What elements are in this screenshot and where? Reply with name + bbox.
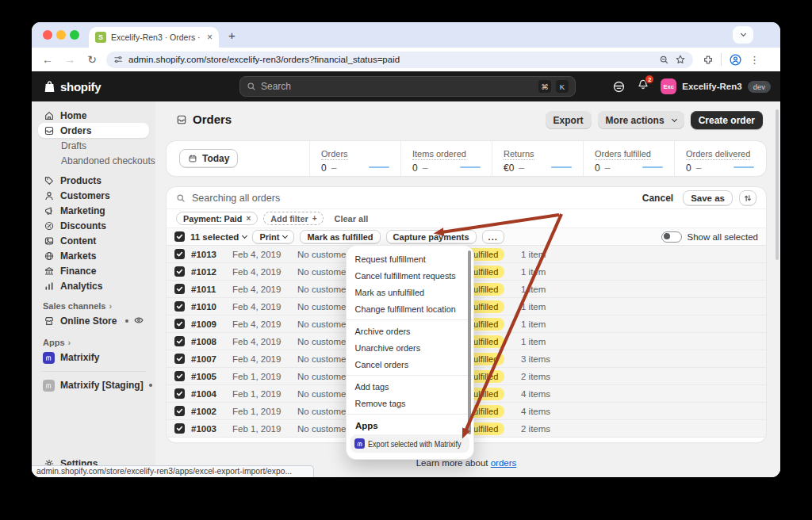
more-actions-button[interactable]: More actions: [598, 111, 684, 129]
shopify-logo[interactable]: shopify: [43, 80, 101, 94]
account-menu[interactable]: Exc Excelify-Ren3 dev: [661, 78, 771, 94]
order-number[interactable]: #1003: [191, 424, 232, 434]
menu-item-unarchive-orders[interactable]: Unarchive orders: [347, 339, 469, 356]
menu-item-change-fulfillment-location[interactable]: Change fulfillment location: [347, 300, 469, 317]
browser-menu-icon[interactable]: ⋮: [749, 54, 760, 66]
apps-header[interactable]: Apps ›: [43, 338, 144, 347]
address-bar[interactable]: admin.shopify.com/store/excelify-ren3/or…: [106, 52, 693, 68]
clear-all-button[interactable]: Clear all: [334, 214, 368, 224]
sidebar-item-products[interactable]: Products: [38, 173, 149, 188]
preview-eye-icon[interactable]: [133, 315, 144, 328]
show-all-toggle[interactable]: [661, 231, 682, 243]
sidebar-item-label: Discounts: [60, 220, 106, 231]
zoom-icon[interactable]: [659, 55, 669, 65]
sidebar-item-matrixify[interactable]: Matrixify: [38, 349, 149, 366]
order-number[interactable]: #1011: [191, 285, 232, 294]
sidebar-item-orders[interactable]: Orders: [38, 123, 149, 138]
export-button[interactable]: Export: [546, 111, 592, 129]
row-checkbox[interactable]: [174, 319, 185, 329]
create-order-button[interactable]: Create order: [691, 111, 763, 129]
menu-item-add-tags[interactable]: Add tags: [347, 378, 469, 395]
orders-search-input[interactable]: Searching all orders: [192, 193, 636, 204]
site-settings-icon[interactable]: [113, 55, 123, 64]
print-button[interactable]: Print: [252, 230, 294, 244]
add-filter-chip[interactable]: Add filter+: [263, 212, 324, 225]
order-number[interactable]: #1009: [191, 319, 232, 329]
date-range-button[interactable]: Today: [179, 149, 238, 168]
bookmark-star-icon[interactable]: [675, 54, 686, 65]
menu-item-archive-orders[interactable]: Archive orders: [347, 323, 469, 339]
order-number[interactable]: #1004: [191, 389, 232, 399]
notifications-button[interactable]: 2: [637, 78, 649, 94]
menu-item-cancel-fulfillment-requests[interactable]: Cancel fulfillment requests: [347, 267, 469, 284]
window-minimize-button[interactable]: [56, 30, 66, 40]
profile-avatar-icon[interactable]: [729, 53, 742, 67]
sidekick-icon[interactable]: [612, 80, 626, 94]
sidebar-item-customers[interactable]: Customers: [38, 188, 149, 203]
stat-column-orders-fulfilled[interactable]: Orders fulfilled0–: [583, 141, 674, 176]
stat-column-orders-delivered[interactable]: Orders delivered0–: [674, 141, 765, 176]
browser-tab[interactable]: S Excelify-Ren3 · Orders · Shop ×: [89, 27, 219, 48]
tab-search-button[interactable]: [733, 26, 753, 44]
row-checkbox[interactable]: [174, 388, 185, 399]
sidebar-item-online-store[interactable]: Online Store: [38, 312, 149, 330]
selected-count-button[interactable]: 11 selected: [190, 232, 247, 242]
order-number[interactable]: #1012: [191, 267, 232, 277]
row-checkbox[interactable]: [174, 249, 185, 259]
sidebar-item-home[interactable]: Home: [38, 108, 149, 123]
row-checkbox[interactable]: [174, 301, 185, 312]
menu-item-remove-tags[interactable]: Remove tags: [347, 395, 469, 411]
extensions-icon[interactable]: [703, 54, 714, 65]
sales-channels-header[interactable]: Sales channels ›: [43, 301, 144, 311]
sidebar-item-finance[interactable]: Finance: [38, 263, 149, 278]
row-checkbox[interactable]: [174, 266, 185, 277]
orders-link[interactable]: orders: [491, 458, 517, 468]
sidebar-item-abandoned-checkouts[interactable]: Abandoned checkouts: [38, 153, 149, 168]
sidebar-item-discounts[interactable]: Discounts: [38, 218, 149, 233]
row-checkbox[interactable]: [174, 284, 185, 294]
order-number[interactable]: #1002: [191, 407, 232, 416]
row-checkbox[interactable]: [174, 336, 185, 346]
new-tab-button[interactable]: +: [228, 27, 236, 44]
stat-column-returns[interactable]: Returns€0–: [492, 141, 583, 176]
capture-payments-button[interactable]: Capture payments: [386, 230, 477, 244]
menu-item-cancel-orders[interactable]: Cancel orders: [347, 356, 469, 373]
global-search-input[interactable]: Search ⌘ K: [239, 76, 576, 97]
more-bulk-actions-button[interactable]: ...: [482, 230, 504, 244]
order-number[interactable]: #1010: [191, 302, 232, 312]
menu-item-export-matrixify[interactable]: Export selected with Matrixify: [350, 434, 469, 453]
sidebar-item-analytics[interactable]: Analytics: [38, 278, 149, 293]
window-close-button[interactable]: [43, 30, 52, 40]
stat-column-orders[interactable]: Orders0–: [309, 141, 400, 176]
forward-icon[interactable]: →: [60, 53, 79, 66]
stat-column-items-ordered[interactable]: Items ordered0–: [400, 141, 492, 176]
menu-scrollbar[interactable]: [468, 250, 471, 434]
row-checkbox[interactable]: [174, 423, 185, 434]
row-checkbox[interactable]: [174, 406, 185, 416]
sidebar-item-marketing[interactable]: Marketing: [38, 203, 149, 218]
row-checkbox[interactable]: [174, 354, 185, 364]
order-number[interactable]: #1008: [191, 337, 232, 346]
sidebar-item-drafts[interactable]: Drafts: [38, 138, 149, 153]
window-zoom-button[interactable]: [70, 30, 79, 40]
menu-item-request-fulfillment[interactable]: Request fulfillment: [347, 250, 469, 267]
remove-filter-icon[interactable]: ×: [246, 214, 251, 223]
save-as-button[interactable]: Save as: [683, 190, 733, 206]
sidebar-item-content[interactable]: Content: [38, 233, 149, 248]
back-icon[interactable]: ←: [38, 53, 57, 66]
mark-fulfilled-button[interactable]: Mark as fulfilled: [300, 230, 380, 244]
cancel-button[interactable]: Cancel: [642, 193, 673, 204]
sort-button[interactable]: [739, 190, 756, 206]
sidebar-item-markets[interactable]: Markets: [38, 248, 149, 263]
order-number[interactable]: #1013: [191, 250, 232, 259]
order-number[interactable]: #1005: [191, 372, 232, 381]
select-all-checkbox[interactable]: [174, 231, 185, 242]
close-tab-icon[interactable]: ×: [207, 32, 213, 43]
sidebar-item-matrixify-staging[interactable]: Matrixify [Staging]: [38, 377, 149, 394]
payment-filter-chip[interactable]: Payment: Paid×: [176, 212, 258, 225]
menu-item-mark-as-unfulfilled[interactable]: Mark as unfulfilled: [347, 284, 469, 300]
row-checkbox[interactable]: [174, 371, 185, 381]
reload-icon[interactable]: ↻: [82, 53, 102, 66]
order-number[interactable]: #1007: [191, 354, 232, 364]
page-scrollbar[interactable]: [776, 109, 779, 260]
